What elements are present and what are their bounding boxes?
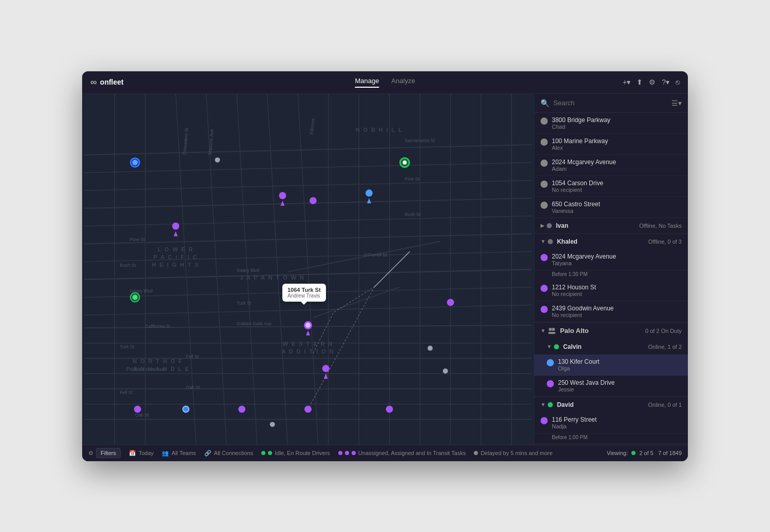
delayed-filter[interactable]: Delayed by 5 mins and more <box>474 450 552 456</box>
svg-text:W E S T E R N: W E S T E R N <box>283 340 333 346</box>
svg-point-75 <box>172 222 179 229</box>
driver-status-dot <box>548 402 553 407</box>
viewing-dot <box>631 451 636 455</box>
list-item[interactable]: 1054 Carson Drive No recipient <box>534 176 688 197</box>
map-svg: Sacramento St Pine St Bush St Geary Blvd… <box>82 94 534 445</box>
driver-section-khaled: ▼ Khaled Offline, 0 of 3 2024 Mcgarvey A… <box>534 234 688 323</box>
pin-icon <box>547 380 554 387</box>
svg-text:A D D I T I O N: A D D I T I O N <box>281 348 334 354</box>
team-header-palo-alto[interactable]: ▼ Palo Alto 0 of 2 On Duty <box>534 323 688 339</box>
svg-point-83 <box>304 405 312 412</box>
topbar: ∞ onfleet Manage Analyze +▾ ⬆ ⚙ ?▾ ⎋ <box>82 71 688 94</box>
add-button[interactable]: +▾ <box>623 78 630 86</box>
task-recipient: Tatyana <box>552 260 682 266</box>
nav-tabs: Manage Analyze <box>355 77 415 88</box>
svg-text:Turk St: Turk St <box>237 301 252 306</box>
task-recipient: No recipient <box>552 291 682 297</box>
pin-icon <box>541 160 548 167</box>
svg-point-79 <box>310 197 317 204</box>
task-address: 3800 Bridge Parkway <box>552 116 682 124</box>
idle-filter[interactable]: Idle, En Route Drivers <box>261 450 330 456</box>
task-recipient: No recipient <box>552 187 682 193</box>
upload-button[interactable]: ⬆ <box>637 78 643 86</box>
svg-text:H E I G H T S: H E I G H T S <box>152 262 199 268</box>
svg-point-88 <box>386 405 393 412</box>
svg-text:Pine St: Pine St <box>130 237 145 242</box>
list-item[interactable]: 1212 Houson St No recipient <box>534 280 688 301</box>
list-item[interactable]: 2439 Goodwin Avenue No recipient <box>534 301 688 322</box>
filter-button[interactable]: ⚙ Filters <box>88 448 121 458</box>
today-label: Today <box>139 450 153 456</box>
list-item[interactable]: 130 Kifer Court Olga <box>534 354 688 376</box>
driver-header-david[interactable]: ▼ David Online, 0 of 1 <box>534 397 688 412</box>
task-address: 2439 Goodwin Avenue <box>552 305 682 312</box>
map-area[interactable]: Sacramento St Pine St Bush St Geary Blvd… <box>82 94 534 445</box>
today-button[interactable]: 📅 Today <box>129 450 153 457</box>
list-item[interactable]: 116 Perry Street Nadja <box>534 412 688 434</box>
pin-icon <box>541 202 548 209</box>
driver-task-count: Offline, No Tasks <box>639 223 682 229</box>
task-recipient: Chad <box>552 124 682 130</box>
list-view-button[interactable]: ☰▾ <box>671 99 682 107</box>
svg-text:Fell St: Fell St <box>186 354 199 359</box>
task-address: 1054 Carson Drive <box>552 180 682 187</box>
logo: ∞ onfleet <box>90 77 124 88</box>
viewing-label: Viewing: <box>607 450 628 456</box>
total-count: 7 of 1849 <box>658 450 682 456</box>
task-recipient: Alex <box>552 145 682 151</box>
list-item[interactable]: 650 Castro Street Vanessa <box>534 197 688 218</box>
pin-icon <box>547 359 554 366</box>
task-recipient: Jessie <box>558 386 682 392</box>
all-connections-button[interactable]: 🔗 All Connections <box>204 450 253 457</box>
list-item[interactable]: 3800 Bridge Parkway Chad <box>534 113 688 134</box>
svg-point-84 <box>134 405 141 412</box>
svg-point-86 <box>365 189 373 196</box>
svg-text:California St: California St <box>145 324 170 329</box>
delayed-dot <box>474 451 478 455</box>
all-teams-button[interactable]: 👥 All Teams <box>162 450 196 457</box>
svg-text:Bush St: Bush St <box>405 211 421 216</box>
svg-text:Golden Gate Ave: Golden Gate Ave <box>237 321 272 326</box>
tab-manage[interactable]: Manage <box>355 77 379 88</box>
list-item[interactable]: 2024 Mcgarvey Avenue Adam <box>534 155 688 176</box>
tab-analyze[interactable]: Analyze <box>391 77 415 88</box>
assigned-dot <box>345 451 349 455</box>
svg-text:Sacramento St: Sacramento St <box>405 138 435 143</box>
help-button[interactable]: ?▾ <box>662 78 669 86</box>
svg-text:Oak St: Oak St <box>135 412 149 418</box>
driver-header-khaled[interactable]: ▼ Khaled Offline, 0 of 3 <box>534 234 688 249</box>
search-input[interactable] <box>553 99 667 107</box>
panel-list: 3800 Bridge Parkway Chad 100 Marine Park… <box>534 113 688 445</box>
task-address: 2024 Mcgarvey Avenue <box>552 159 682 166</box>
task-info: 250 West Java Drive Jessie <box>558 379 682 392</box>
pin-icon <box>541 181 548 188</box>
driver-name: David <box>557 401 648 408</box>
settings-button[interactable]: ⚙ <box>649 78 656 86</box>
pin-icon <box>541 117 548 125</box>
svg-text:Geary Blvd: Geary Blvd <box>237 267 259 272</box>
list-item[interactable]: 2024 Mcgarvey Avenue Tatyana <box>534 249 688 270</box>
delayed-label: Delayed by 5 mins and more <box>480 450 552 456</box>
svg-point-93 <box>552 328 555 331</box>
svg-point-69 <box>132 160 138 165</box>
svg-point-92 <box>549 328 552 331</box>
list-item[interactable]: 100 Marine Parkway Alex <box>534 134 688 155</box>
transit-dot <box>352 451 356 455</box>
list-item[interactable]: 250 West Java Drive Jessie <box>534 376 688 397</box>
svg-point-85 <box>447 299 454 306</box>
pin-icon <box>541 417 548 424</box>
task-recipient: No recipient <box>552 312 682 318</box>
tasks-filter[interactable]: Unassigned, Assigned and In Transit Task… <box>338 450 466 456</box>
filter-label[interactable]: Filters <box>96 448 121 458</box>
svg-text:N O B   H I L L: N O B H I L L <box>356 127 403 133</box>
task-address: 250 West Java Drive <box>558 379 682 386</box>
viewing-count: 2 of 5 <box>639 450 653 456</box>
expand-icon: ▼ <box>541 402 546 407</box>
topbar-actions: +▾ ⬆ ⚙ ?▾ ⎋ <box>623 78 680 86</box>
svg-point-66 <box>443 368 448 373</box>
driver-header-calvin[interactable]: ▼ Calvin Online, 1 of 2 <box>534 339 688 354</box>
svg-point-91 <box>305 323 311 328</box>
logout-button[interactable]: ⎋ <box>676 78 680 86</box>
svg-point-74 <box>402 160 407 164</box>
driver-header-ivan[interactable]: ▶ Ivan Offline, No Tasks <box>534 218 688 233</box>
